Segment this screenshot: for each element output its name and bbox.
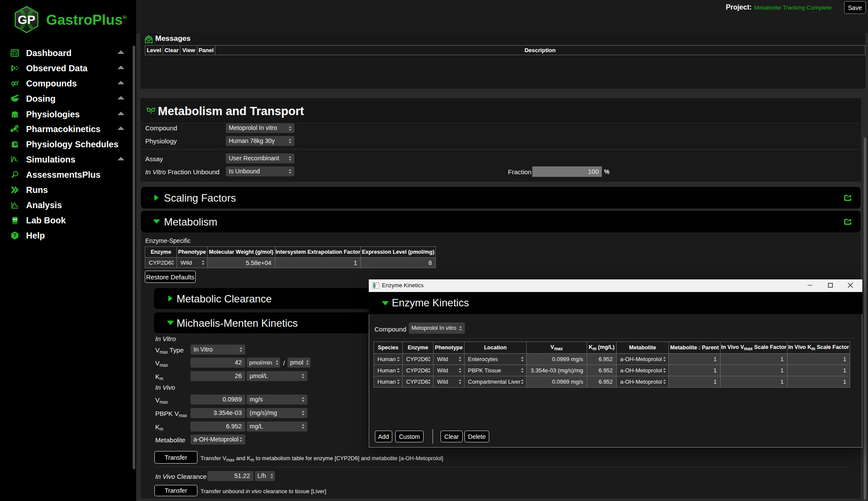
svg-text:GP: GP bbox=[18, 13, 35, 27]
svg-text:?: ? bbox=[13, 232, 16, 239]
